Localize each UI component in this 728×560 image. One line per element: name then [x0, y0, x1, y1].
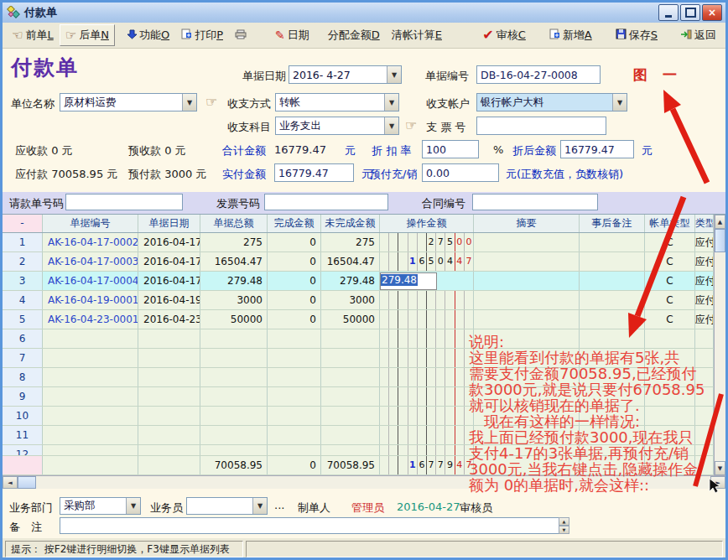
cell-after-note[interactable]: [580, 310, 645, 329]
cell-operation-amount[interactable]: 27500: [380, 233, 474, 251]
cell-summary[interactable]: [474, 387, 580, 406]
audit-button[interactable]: ✔审核C: [476, 24, 531, 46]
cell-operation-amount[interactable]: [380, 349, 474, 367]
cell-summary[interactable]: [474, 407, 580, 425]
cell-account-type[interactable]: [645, 426, 695, 444]
cell-doc-date[interactable]: 2016-04-17: [138, 252, 200, 271]
discounted-input[interactable]: [560, 140, 634, 158]
cell-done-amount[interactable]: 0: [268, 310, 321, 329]
cell-after-note[interactable]: [580, 252, 645, 271]
vertical-scrollbar[interactable]: ▲ ▼: [714, 215, 725, 475]
cell-row-number[interactable]: 3: [3, 272, 43, 290]
cell-operation-amount[interactable]: 279.48: [380, 272, 474, 290]
scroll-up-icon[interactable]: ▲: [715, 215, 725, 229]
scrollbar-track[interactable]: [36, 476, 710, 489]
cell-summary[interactable]: [474, 272, 580, 290]
save-button[interactable]: 保存S: [610, 24, 663, 46]
cell-undone-amount[interactable]: [321, 426, 380, 444]
cell-doc-total[interactable]: 16504.47: [200, 252, 268, 271]
cell-category[interactable]: 应付: [695, 252, 714, 271]
cell-summary[interactable]: [474, 349, 580, 367]
cell-done-amount[interactable]: 0: [268, 252, 321, 271]
cell-summary[interactable]: [474, 329, 580, 348]
pay-method-combo[interactable]: 转帐▼: [275, 93, 399, 111]
spin-down-icon[interactable]: ▼: [559, 526, 569, 534]
cell-doc-code[interactable]: [43, 329, 138, 348]
cell-done-amount[interactable]: 0: [268, 233, 321, 251]
cell-doc-code[interactable]: [43, 368, 138, 386]
scroll-right-icon[interactable]: ►: [710, 476, 725, 489]
cell-row-number[interactable]: 5: [3, 310, 43, 329]
hand-pointer-icon[interactable]: ☞: [405, 117, 417, 133]
cell-account-type[interactable]: [645, 387, 695, 406]
scroll-left-icon[interactable]: ◄: [3, 476, 18, 489]
print-button[interactable]: 打印P: [175, 24, 229, 46]
cell-undone-amount[interactable]: 3000: [321, 291, 380, 309]
amount-digit-grid[interactable]: [380, 310, 473, 329]
scrollbar-thumb[interactable]: [18, 476, 36, 489]
cell-after-note[interactable]: [580, 291, 645, 309]
cell-done-amount[interactable]: [268, 349, 321, 367]
cell-doc-total[interactable]: [200, 368, 268, 386]
cell-category[interactable]: 应付: [695, 272, 714, 290]
cell-done-amount[interactable]: [268, 329, 321, 348]
cell-category[interactable]: 应付: [695, 310, 714, 329]
actual-amount-input[interactable]: [274, 163, 354, 182]
cell-summary[interactable]: [474, 233, 580, 251]
cell-doc-code[interactable]: AK-16-04-23-0001: [43, 310, 138, 329]
cell-account-type[interactable]: C: [645, 252, 695, 271]
cell-doc-total[interactable]: [200, 407, 268, 425]
cell-account-type[interactable]: [645, 445, 695, 455]
cell-category[interactable]: [695, 387, 714, 406]
cell-doc-code[interactable]: [43, 349, 138, 367]
cell-done-amount[interactable]: [268, 407, 321, 425]
settle-calc-button[interactable]: 清帐计算E: [386, 24, 448, 46]
request-no-input[interactable]: [65, 194, 183, 210]
cell-doc-code[interactable]: AK-16-04-17-0002: [43, 233, 138, 251]
chevron-down-icon[interactable]: ▼: [384, 94, 398, 111]
amount-digit-grid[interactable]: 1677947: [380, 456, 473, 474]
cell-undone-amount[interactable]: 16504.47: [321, 252, 380, 271]
cell-undone-amount[interactable]: 275: [321, 233, 380, 251]
amount-digit-grid[interactable]: 27500: [380, 233, 473, 251]
cell-category[interactable]: [695, 349, 714, 367]
cell-undone-amount[interactable]: 279.48: [321, 272, 380, 290]
cell-summary[interactable]: [474, 426, 580, 444]
cell-after-note[interactable]: [580, 387, 645, 406]
cell-account-type[interactable]: [645, 407, 695, 425]
cell-account-type[interactable]: C: [645, 272, 695, 290]
scrollbar-track[interactable]: [715, 252, 725, 461]
amount-digit-grid[interactable]: 1650447: [380, 252, 473, 271]
printer-button[interactable]: [229, 26, 252, 45]
cell-doc-date[interactable]: [138, 349, 200, 367]
maximize-button[interactable]: [680, 4, 700, 21]
cell-category[interactable]: [695, 368, 714, 386]
cell-doc-date[interactable]: 2016-04-17: [138, 233, 200, 251]
cell-summary[interactable]: [474, 310, 580, 329]
cell-doc-total[interactable]: 279.48: [200, 272, 268, 290]
chevron-down-icon[interactable]: ▼: [387, 66, 401, 83]
cell-undone-amount[interactable]: 50000: [321, 310, 380, 329]
cell-doc-total[interactable]: [200, 387, 268, 406]
cell-operation-amount[interactable]: 1650447: [380, 252, 474, 271]
cell-doc-date[interactable]: [138, 329, 200, 348]
cell-doc-total[interactable]: [200, 445, 268, 455]
doc-date-combo[interactable]: 2016- 4-27▼: [289, 65, 402, 84]
cell-after-note[interactable]: [580, 368, 645, 386]
amount-digit-grid[interactable]: [380, 426, 473, 444]
cell-doc-total[interactable]: 3000: [200, 291, 268, 309]
cell-row-number[interactable]: 2: [3, 252, 43, 271]
cell-done-amount[interactable]: [268, 445, 321, 455]
amount-digit-grid[interactable]: [380, 407, 473, 425]
cell-after-note[interactable]: [580, 272, 645, 290]
contract-no-input[interactable]: [472, 194, 598, 210]
cell-summary[interactable]: [474, 368, 580, 386]
cell-category[interactable]: 应付: [695, 233, 714, 251]
cell-after-note[interactable]: [580, 445, 645, 455]
doc-no-input[interactable]: [476, 65, 601, 84]
ellipsis-button[interactable]: ...: [274, 499, 284, 511]
cell-doc-date[interactable]: 2016-04-17: [138, 272, 200, 290]
cell-row-number[interactable]: 10: [3, 407, 43, 425]
dept-combo[interactable]: 采购部▼: [60, 497, 141, 515]
cell-operation-amount[interactable]: [380, 426, 474, 444]
